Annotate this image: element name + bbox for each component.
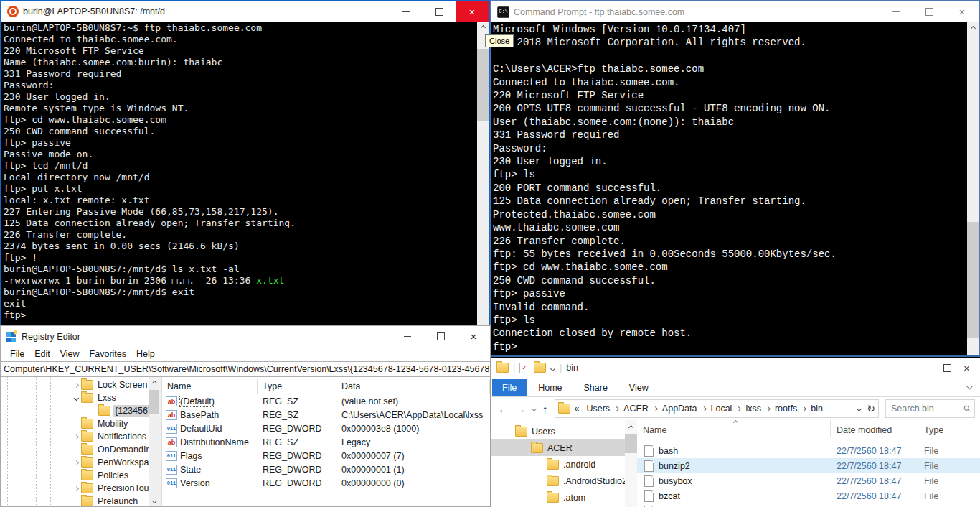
menu-view[interactable]: View	[55, 349, 85, 359]
column-header-name[interactable]: Name	[637, 420, 831, 437]
registry-key-ondemandin[interactable]: OnDemandIn	[1, 443, 149, 456]
terminal-scrollbar-thumb[interactable]	[477, 49, 489, 121]
collapsed-icon[interactable]	[71, 487, 81, 490]
tab-home[interactable]: Home	[528, 379, 572, 396]
column-header-type[interactable]: Type	[918, 420, 980, 437]
registry-value-row[interactable]: 011StateREG_DWORD0x00000001 (1)	[162, 462, 490, 476]
terminal-close-button[interactable]: ×	[456, 1, 489, 22]
terminal-scrollbar[interactable]	[477, 22, 489, 325]
registry-value-row[interactable]: 011DefaultUidREG_DWORD0x000003e8 (1000)	[162, 422, 490, 435]
file-row-busybox[interactable]: busybox22/7/2560 18:47File	[637, 473, 980, 488]
menu-edit[interactable]: Edit	[29, 349, 55, 359]
nav-item-acer[interactable]: ACER	[491, 439, 625, 456]
scroll-up-icon[interactable]	[625, 422, 637, 433]
breadcrumb-item-appdata[interactable]: AppData	[659, 404, 700, 414]
explorer-nav-scrollbar[interactable]	[625, 420, 637, 507]
forward-button[interactable]: →	[515, 403, 526, 415]
scroll-up-icon[interactable]	[149, 377, 161, 389]
regedit-tree-scrollbar[interactable]	[149, 377, 161, 506]
terminal-minimize-button[interactable]	[390, 1, 423, 22]
collapsed-icon[interactable]	[71, 383, 81, 387]
properties-check-icon[interactable]: ✓	[519, 363, 529, 373]
address-bar[interactable]: « UsersACERAppDataLocallxssrootfsbin ↻	[555, 399, 880, 418]
registry-key-12345678[interactable]: {12345678	[1, 404, 149, 417]
cmd-maximize-button[interactable]	[913, 1, 946, 22]
registry-key-lockscreen[interactable]: Lock Screen	[1, 378, 149, 391]
expanded-icon[interactable]	[71, 396, 81, 400]
regedit-minimize-button[interactable]	[391, 326, 424, 347]
scroll-down-icon[interactable]	[149, 495, 161, 506]
nav-item-dot-androidstudio2.3[interactable]: .AndroidStudio2.3	[491, 473, 625, 489]
registry-value-row[interactable]: 011VersionREG_DWORD0x00000000 (0)	[162, 476, 490, 490]
registry-key-prelaunch[interactable]: Prelaunch	[1, 495, 149, 506]
tab-share[interactable]: Share	[574, 379, 618, 396]
terminal-maximize-button[interactable]	[423, 1, 456, 22]
breadcrumb-separator-icon[interactable]	[765, 406, 771, 411]
cmd-titlebar[interactable]: C:\ Command Prompt - ftp thaiabc.somee.c…	[491, 1, 979, 22]
breadcrumb-item-users[interactable]: Users	[583, 404, 613, 414]
registry-value-row[interactable]: abDistributionNameREG_SZLegacy	[162, 435, 490, 449]
nav-item-users[interactable]: Users	[491, 423, 625, 439]
registry-key-policies[interactable]: Policies	[1, 469, 149, 482]
explorer-close-button[interactable]: ×	[963, 358, 980, 378]
refresh-icon[interactable]: ↻	[867, 403, 875, 414]
address-dropdown-icon[interactable]	[857, 406, 862, 411]
regedit-titlebar[interactable]: Registry Editor ×	[1, 326, 490, 347]
collapse-ribbon-icon[interactable]	[966, 383, 974, 390]
explorer-minimize-button[interactable]	[897, 358, 930, 378]
breadcrumb-item-local[interactable]: Local	[708, 404, 735, 414]
nav-item-dot-atom[interactable]: .atom	[491, 489, 625, 506]
file-row-bunzip2[interactable]: bunzip222/7/2560 18:47File	[637, 458, 980, 473]
registry-value-row[interactable]: ab(Default)REG_SZ(value not set)	[162, 394, 490, 408]
cmd-scrollbar[interactable]	[967, 22, 979, 355]
terminal-titlebar[interactable]: burin@LAPTOP-5B0UN8S7: /mnt/d ×	[1, 1, 489, 22]
breadcrumb-separator-icon[interactable]	[701, 406, 706, 411]
registry-key-precisiontou[interactable]: PrecisionTou	[1, 482, 149, 495]
collapsed-icon[interactable]	[71, 435, 81, 439]
registry-key-mobility[interactable]: Mobility	[1, 417, 149, 430]
breadcrumb-separator-icon[interactable]	[801, 406, 806, 411]
customize-toolbar-icon[interactable]	[550, 366, 555, 371]
tab-view[interactable]: View	[619, 379, 659, 396]
registry-key-notifications[interactable]: Notifications	[1, 430, 149, 443]
column-header-name[interactable]: Name	[162, 379, 258, 394]
registry-value-row[interactable]: abBasePathREG_SZC:\Users\ACER\AppData\Lo…	[162, 408, 490, 422]
history-dropdown-icon[interactable]	[532, 406, 537, 411]
breadcrumb-item-acer[interactable]: ACER	[621, 404, 651, 414]
regedit-scrollbar-thumb[interactable]	[149, 390, 159, 414]
new-folder-icon[interactable]	[534, 363, 546, 373]
menu-help[interactable]: Help	[131, 349, 160, 359]
nav-item-dot-android[interactable]: .android	[491, 456, 625, 473]
regedit-close-button[interactable]: ×	[457, 326, 490, 347]
breadcrumb-item-bin[interactable]: bin	[808, 404, 826, 414]
explorer-titlebar[interactable]: | ✓ | bin ×	[491, 358, 980, 378]
cmd-scrollbar-thumb[interactable]	[967, 222, 979, 338]
breadcrumb-item-lxss[interactable]: lxss	[743, 404, 764, 414]
menu-file[interactable]: File	[5, 349, 29, 359]
explorer-scrollbar-thumb[interactable]	[625, 434, 637, 453]
breadcrumb-separator-icon[interactable]	[736, 406, 741, 411]
file-row-bzcat[interactable]: bzcat22/7/2560 18:47File	[637, 488, 980, 503]
explorer-maximize-button[interactable]	[930, 358, 963, 378]
up-button[interactable]: ↑	[542, 403, 548, 415]
cmd-close-button[interactable]: ×	[946, 1, 979, 22]
regedit-maximize-button[interactable]	[424, 326, 457, 347]
regedit-address-bar[interactable]: Computer\HKEY_CURRENT_USER\Software\Micr…	[1, 361, 490, 377]
column-header-data[interactable]: Data	[336, 379, 490, 394]
search-box[interactable]	[885, 399, 975, 418]
collapsed-icon[interactable]	[71, 461, 81, 465]
scroll-up-icon[interactable]	[967, 22, 979, 34]
column-header-type[interactable]: Type	[258, 379, 336, 394]
breadcrumb-separator-icon[interactable]	[653, 406, 658, 411]
column-header-date-modified[interactable]: Date modified	[831, 420, 918, 437]
registry-key-penworkspac[interactable]: PenWorkspac	[1, 456, 149, 469]
file-row-bash[interactable]: bash22/7/2560 18:47File	[637, 443, 980, 458]
scroll-up-icon[interactable]	[477, 22, 489, 33]
registry-value-row[interactable]: 011FlagsREG_DWORD0x00000007 (7)	[162, 449, 490, 462]
search-input[interactable]	[890, 403, 961, 414]
back-button[interactable]: ←	[498, 403, 509, 415]
menu-favorites[interactable]: Favorites	[85, 349, 131, 359]
registry-key-lxss[interactable]: Lxss	[1, 391, 149, 404]
cmd-minimize-button[interactable]	[880, 1, 913, 22]
breadcrumb-item-rootfs[interactable]: rootfs	[772, 404, 800, 414]
